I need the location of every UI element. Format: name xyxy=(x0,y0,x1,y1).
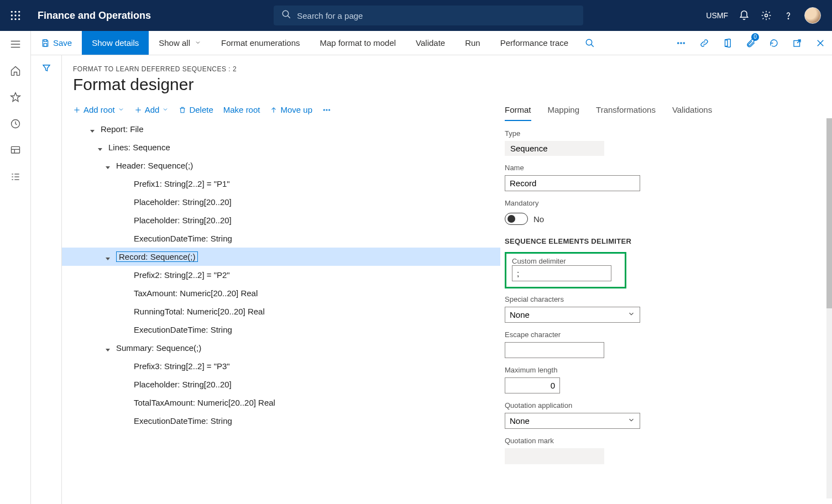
quotation-mark-input[interactable] xyxy=(505,448,604,464)
quotation-mark-label: Quotation mark xyxy=(505,437,821,445)
tree-row[interactable]: Placeholder: String[20..20] xyxy=(62,193,500,211)
popup-icon[interactable] xyxy=(786,31,809,55)
escape-character-input[interactable] xyxy=(505,342,604,358)
make-root-label: Make root xyxy=(223,105,260,114)
format-tree[interactable]: Report: FileLines: SequenceHeader: Seque… xyxy=(62,120,500,504)
svg-rect-26 xyxy=(44,40,46,41)
expand-icon[interactable] xyxy=(105,254,112,260)
name-input[interactable] xyxy=(505,175,640,191)
tab-validations[interactable]: Validations xyxy=(672,102,712,121)
expand-icon[interactable] xyxy=(90,126,96,133)
performance-trace-button[interactable]: Performance trace xyxy=(490,31,578,55)
more-icon[interactable] xyxy=(669,31,693,55)
quotation-application-select[interactable]: None xyxy=(505,413,640,429)
mandatory-toggle[interactable] xyxy=(505,213,528,225)
validate-button[interactable]: Validate xyxy=(406,31,455,55)
map-format-button[interactable]: Map format to model xyxy=(310,31,406,55)
company-label[interactable]: USMF xyxy=(706,11,728,20)
tree-node-label: Record: Sequence(;) xyxy=(116,251,198,262)
tree-row[interactable]: ExecutionDateTime: String xyxy=(62,412,500,430)
svg-point-8 xyxy=(18,18,20,20)
star-icon[interactable] xyxy=(9,91,22,104)
gear-icon[interactable] xyxy=(760,9,772,22)
clock-icon[interactable] xyxy=(9,117,22,130)
maximum-length-label: Maximum length xyxy=(505,366,821,374)
link-icon[interactable] xyxy=(693,31,716,55)
tree-row[interactable]: Record: Sequence(;) xyxy=(62,248,500,266)
close-icon[interactable] xyxy=(809,31,832,55)
filter-icon[interactable] xyxy=(41,63,51,504)
scrollbar-thumb[interactable] xyxy=(826,118,832,308)
avatar[interactable] xyxy=(804,7,821,24)
tree-row[interactable]: Placeholder: String[20..20] xyxy=(62,375,500,393)
save-button[interactable]: Save xyxy=(31,31,82,55)
modules-icon[interactable] xyxy=(9,170,22,183)
tab-format[interactable]: Format xyxy=(505,102,531,121)
tree-node-label: Report: File xyxy=(101,124,144,134)
svg-point-1 xyxy=(14,11,16,13)
tree-row[interactable]: Lines: Sequence xyxy=(62,138,500,156)
refresh-icon[interactable] xyxy=(762,31,786,55)
tree-row[interactable]: RunningTotal: Numeric[20..20] Real xyxy=(62,302,500,321)
search-icon xyxy=(281,9,291,22)
scrollbar[interactable] xyxy=(826,118,832,498)
tree-node-label: Prefix1: String[2..2] = "P1" xyxy=(134,179,230,188)
bell-icon[interactable] xyxy=(738,9,750,22)
search-input[interactable] xyxy=(297,11,575,20)
svg-rect-17 xyxy=(11,146,19,153)
name-label: Name xyxy=(505,164,821,172)
tree-node-label: ExecutionDateTime: String xyxy=(134,234,232,243)
expand-icon xyxy=(123,290,129,297)
svg-point-7 xyxy=(14,18,16,20)
chevron-down-icon xyxy=(195,38,201,48)
run-button[interactable]: Run xyxy=(455,31,490,55)
show-details-button[interactable]: Show details xyxy=(82,31,149,55)
section-delimiter-header: SEQUENCE ELEMENTS DELIMITER xyxy=(505,237,821,245)
search-action-icon[interactable] xyxy=(578,31,601,55)
tree-row[interactable]: Prefix1: String[2..2] = "P1" xyxy=(62,175,500,193)
tab-transformations[interactable]: Transformations xyxy=(596,102,656,121)
show-all-button[interactable]: Show all xyxy=(149,31,211,55)
type-label: Type xyxy=(505,129,821,138)
search-box[interactable] xyxy=(274,6,583,25)
special-characters-select[interactable]: None xyxy=(505,307,640,323)
make-root-button[interactable]: Make root xyxy=(223,105,260,114)
tree-node-label: Header: Sequence(;) xyxy=(116,161,193,170)
svg-point-28 xyxy=(586,39,592,45)
help-icon[interactable] xyxy=(782,9,794,22)
tree-row[interactable]: ExecutionDateTime: String xyxy=(62,229,500,248)
svg-point-0 xyxy=(11,11,13,13)
tree-row[interactable]: Prefix3: String[2..2] = "P3" xyxy=(62,357,500,375)
tree-row[interactable]: ExecutionDateTime: String xyxy=(62,321,500,339)
move-up-button[interactable]: Move up xyxy=(270,105,312,114)
format-enumerations-button[interactable]: Format enumerations xyxy=(211,31,310,55)
expand-icon[interactable] xyxy=(105,345,112,351)
expand-icon[interactable] xyxy=(97,144,104,151)
hamburger-icon[interactable] xyxy=(9,38,22,51)
delete-button[interactable]: Delete xyxy=(179,105,213,114)
add-root-button[interactable]: Add root xyxy=(73,105,124,114)
tree-row[interactable]: Prefix2: String[2..2] = "P2" xyxy=(62,266,500,284)
add-button[interactable]: Add xyxy=(134,105,169,114)
add-root-label: Add root xyxy=(83,105,115,114)
expand-icon[interactable] xyxy=(105,162,112,169)
tree-node-label: TotalTaxAmount: Numeric[20..20] Real xyxy=(134,398,275,407)
tree-row[interactable]: Report: File xyxy=(62,120,500,138)
tree-toolbar: Add root Add Delete xyxy=(62,102,500,120)
waffle-icon[interactable] xyxy=(6,6,25,25)
tab-mapping[interactable]: Mapping xyxy=(548,102,580,121)
home-icon[interactable] xyxy=(9,64,22,77)
tree-row[interactable]: TotalTaxAmount: Numeric[20..20] Real xyxy=(62,393,500,412)
left-rail xyxy=(0,31,31,504)
svg-point-42 xyxy=(323,109,325,111)
custom-delimiter-input[interactable] xyxy=(512,265,611,281)
maximum-length-input[interactable] xyxy=(505,377,560,393)
tree-row[interactable]: Placeholder: String[20..20] xyxy=(62,211,500,229)
tree-row[interactable]: Header: Sequence(;) xyxy=(62,156,500,175)
workspace-icon[interactable] xyxy=(9,144,22,157)
office-icon[interactable] xyxy=(716,31,739,55)
tree-row[interactable]: Summary: Sequence(;) xyxy=(62,339,500,357)
attachments-icon[interactable]: 0 xyxy=(739,31,762,55)
toolbar-more-icon[interactable] xyxy=(322,106,331,114)
tree-row[interactable]: TaxAmount: Numeric[20..20] Real xyxy=(62,284,500,302)
